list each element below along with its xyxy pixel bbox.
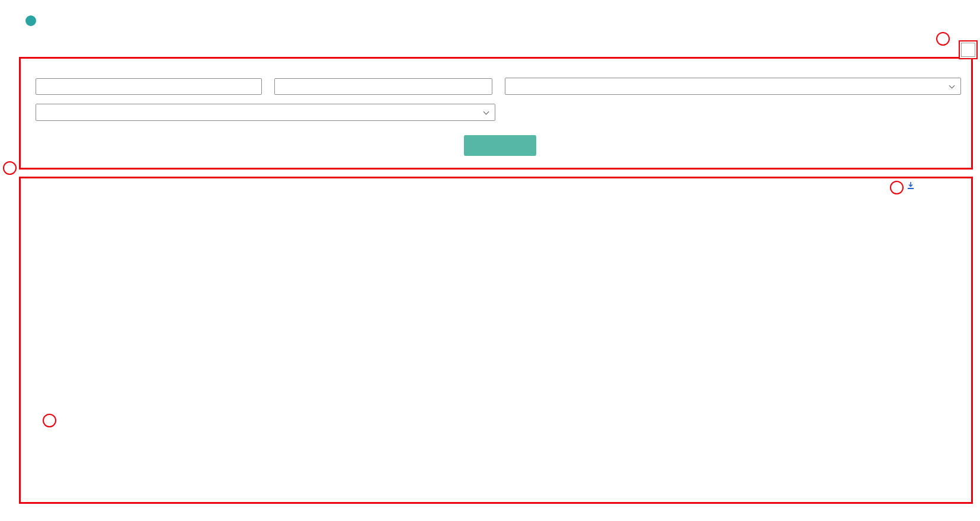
download-icon (907, 181, 915, 190)
annotation-number-3 (890, 181, 904, 194)
page-title (21, 15, 36, 26)
aggregate-button[interactable] (464, 135, 536, 156)
deleted-plan-select-dropdown[interactable] (36, 104, 495, 121)
date-from-input[interactable] (36, 78, 262, 95)
line-chart (21, 200, 966, 356)
help-icon[interactable] (25, 15, 36, 26)
close-button-annotation-ring (959, 40, 978, 59)
date-to-input[interactable] (274, 78, 492, 95)
plan-select-dropdown[interactable] (505, 78, 961, 95)
annotation-number-1 (936, 32, 950, 46)
page (0, 0, 980, 521)
chevron-down-icon (483, 109, 489, 115)
csv-download-link[interactable] (907, 181, 917, 190)
chevron-down-icon (949, 83, 955, 89)
close-icon[interactable] (961, 43, 975, 57)
annotation-number-4 (43, 414, 56, 427)
annotation-number-2 (3, 161, 17, 175)
